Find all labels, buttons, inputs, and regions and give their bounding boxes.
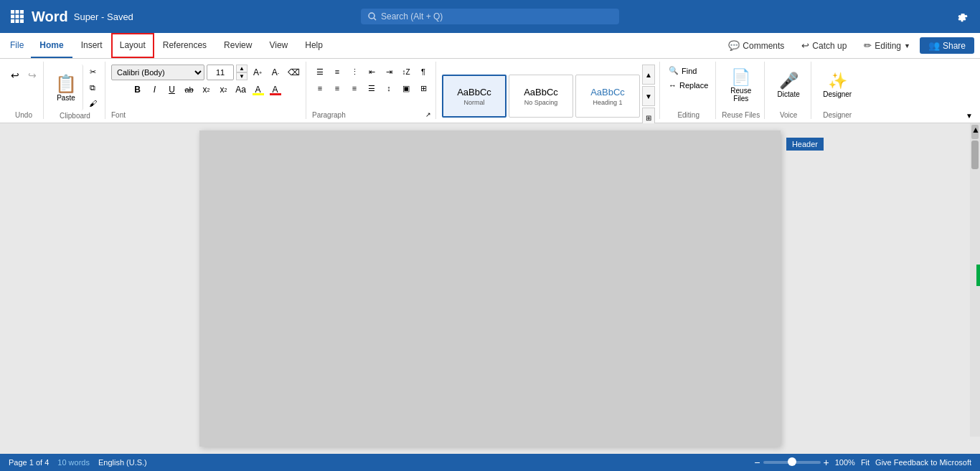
justify-button[interactable]: ☰: [364, 81, 380, 95]
comments-button[interactable]: 💬 Comments: [720, 37, 792, 54]
tab-insert[interactable]: Insert: [72, 33, 111, 58]
shading-button[interactable]: ▣: [398, 81, 414, 95]
settings-icon[interactable]: [953, 6, 973, 27]
styles-scroll-down[interactable]: ▼: [642, 86, 655, 106]
styles-group: AaBbCc Normal AaBbCc No Spacing AaBbCc H…: [438, 62, 660, 119]
reuse-files-button[interactable]: 📄 ReuseFiles: [723, 62, 759, 108]
paste-label: Paste: [57, 94, 75, 102]
font-size-input[interactable]: [207, 65, 234, 80]
tab-help[interactable]: Help: [296, 33, 331, 58]
strikethrough-button[interactable]: ab: [182, 82, 197, 97]
svg-rect-8: [20, 19, 24, 23]
sort-button[interactable]: ↕Z: [398, 65, 414, 79]
style-heading1[interactable]: AaBbCc Heading 1: [575, 75, 640, 118]
font-family-select[interactable]: Calibri (Body): [111, 65, 204, 80]
voice-group: 🎤 Dictate Voice: [766, 62, 811, 119]
bold-button[interactable]: B: [130, 82, 146, 97]
svg-rect-0: [11, 10, 14, 14]
editing-button[interactable]: ✏ Editing ▼: [856, 37, 918, 54]
font-size-decrease[interactable]: ▼: [236, 72, 248, 80]
undo-button[interactable]: ↩: [7, 67, 23, 83]
ribbon-actions: 💬 Comments ↩ Catch up ✏ Editing ▼ 👥 Shar…: [720, 33, 980, 58]
tab-references[interactable]: References: [154, 33, 215, 58]
replace-button[interactable]: ↔ Replace: [666, 80, 711, 91]
svg-point-9: [369, 13, 374, 19]
italic-button[interactable]: I: [147, 82, 163, 97]
tab-home[interactable]: Home: [31, 33, 72, 58]
dictate-button[interactable]: 🎤 Dictate: [771, 62, 806, 108]
tab-layout[interactable]: Layout: [111, 33, 154, 58]
font-grow-button[interactable]: A+: [250, 65, 265, 80]
vertical-scrollbar[interactable]: ▲: [970, 123, 980, 437]
feedback-label[interactable]: Give Feedback to Microsoft: [875, 458, 971, 467]
bullet-list-button[interactable]: ☰: [312, 65, 328, 79]
underline-button[interactable]: U: [164, 82, 180, 97]
status-right: − + 100% Fit Give Feedback to Microsoft: [754, 457, 971, 468]
zoom-slider-thumb[interactable]: [788, 457, 796, 466]
font-color-button[interactable]: A: [268, 82, 283, 97]
style-normal-label: Normal: [463, 99, 484, 106]
highlight-button[interactable]: A: [250, 82, 266, 97]
paste-button[interactable]: 📋 Paste: [50, 65, 83, 110]
svg-rect-7: [16, 19, 19, 23]
dictate-label: Dictate: [778, 90, 800, 98]
style-no-spacing[interactable]: AaBbCc No Spacing: [509, 75, 573, 118]
voice-group-label: Voice: [780, 111, 797, 119]
tab-file[interactable]: File: [3, 33, 31, 58]
expand-ribbon-button[interactable]: ▼: [963, 110, 976, 121]
subscript-button[interactable]: x2: [199, 82, 215, 97]
share-button[interactable]: 👥 Share: [920, 37, 974, 54]
decrease-indent-button[interactable]: ⇤: [364, 65, 380, 79]
pilcrow-button[interactable]: ¶: [415, 65, 431, 79]
document-area: Header ▲: [0, 123, 980, 454]
multilevel-list-button[interactable]: ⋮: [347, 65, 362, 79]
align-center-button[interactable]: ≡: [329, 81, 345, 95]
zoom-plus-button[interactable]: +: [824, 457, 829, 468]
styles-scroll-up[interactable]: ▲: [642, 65, 655, 85]
number-list-button[interactable]: ≡: [329, 65, 345, 79]
app-grid-icon[interactable]: [7, 6, 27, 27]
search-bar[interactable]: Search (Alt + Q): [361, 9, 619, 24]
designer-button[interactable]: ✨ Designer: [817, 62, 857, 108]
designer-group: ✨ Designer Designer: [813, 62, 862, 119]
font-shrink-button[interactable]: A-: [268, 65, 283, 80]
header-label[interactable]: Header: [786, 138, 824, 151]
line-spacing-button[interactable]: ↕: [381, 81, 397, 95]
zoom-slider-track[interactable]: [763, 461, 821, 464]
tab-review[interactable]: Review: [215, 33, 260, 58]
paste-icon: 📋: [55, 74, 77, 94]
catchup-button[interactable]: ↩ Catch up: [793, 37, 854, 54]
scrollbar-thumb[interactable]: [971, 141, 979, 169]
superscript-button[interactable]: x2: [216, 82, 232, 97]
title-bar: Word Super - Saved Search (Alt + Q): [0, 0, 980, 33]
copy-button[interactable]: ⧉: [85, 80, 100, 95]
cut-button[interactable]: ✂: [85, 65, 100, 79]
ribbon: ↩ ↪ Undo 📋 Paste ✂ ⧉ 🖌: [0, 59, 980, 123]
language-label: English (U.S.): [98, 458, 147, 467]
editing-group-label: Editing: [677, 111, 699, 119]
style-normal[interactable]: AaBbCc Normal: [442, 75, 507, 118]
align-left-button[interactable]: ≡: [312, 81, 328, 95]
align-right-button[interactable]: ≡: [347, 81, 362, 95]
fit-button[interactable]: Fit: [861, 458, 870, 467]
redo-button[interactable]: ↪: [24, 67, 40, 83]
tab-view[interactable]: View: [260, 33, 296, 58]
font-size-increase[interactable]: ▲: [236, 65, 248, 72]
clear-format-button[interactable]: ⌫: [286, 65, 301, 80]
clipboard-group: 📋 Paste ✂ ⧉ 🖌 Clipboard: [45, 62, 105, 119]
paragraph-expand-icon[interactable]: ↗: [425, 111, 431, 118]
format-painter-button[interactable]: 🖌: [85, 96, 100, 110]
increase-indent-button[interactable]: ⇥: [381, 65, 397, 79]
cut-icon: ✂: [90, 67, 96, 77]
style-h1-label: Heading 1: [593, 99, 622, 106]
reuse-files-label: ReuseFiles: [730, 87, 751, 103]
paragraph-group-label: Paragraph: [312, 111, 346, 119]
scrollbar-up-arrow[interactable]: ▲: [971, 125, 979, 139]
editing-chevron-icon: ▼: [904, 42, 910, 49]
find-button[interactable]: 🔍 Find: [666, 65, 711, 77]
tab-bar: File Home Insert Layout References Revie…: [0, 33, 980, 59]
border-button[interactable]: ⊞: [415, 81, 431, 95]
designer-group-label: Designer: [823, 111, 852, 119]
case-button[interactable]: Aa: [233, 82, 249, 97]
zoom-minus-button[interactable]: −: [754, 457, 760, 468]
